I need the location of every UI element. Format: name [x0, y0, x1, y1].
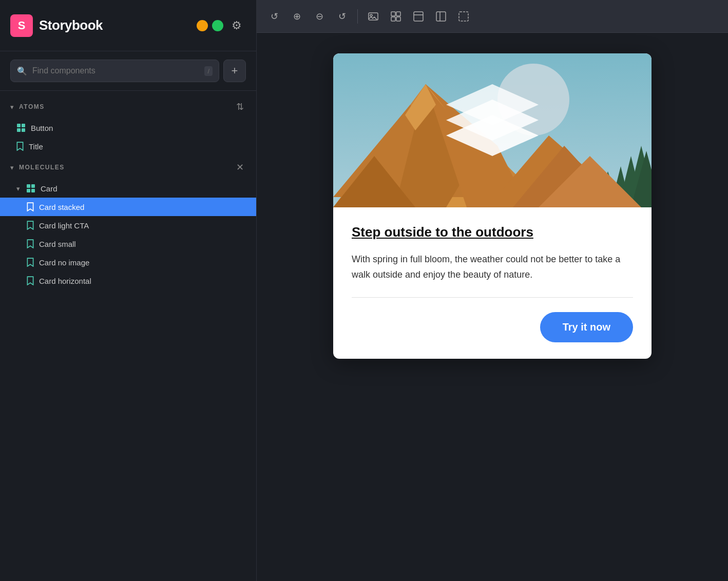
bookmark-icon-horizontal: [27, 276, 34, 285]
svg-rect-4: [391, 17, 395, 21]
atoms-chevron: ▾: [10, 103, 14, 111]
frame-icon[interactable]: [454, 7, 473, 26]
svg-rect-6: [414, 12, 423, 21]
sidebar-header: S Storybook ⚙: [0, 0, 256, 51]
settings-icon[interactable]: ⚙: [227, 16, 246, 35]
card-no-image-label: Card no image: [39, 258, 89, 267]
sidebar-item-card-stacked[interactable]: Card stacked: [0, 198, 256, 216]
header-icons: ⚙: [197, 16, 246, 35]
toolbar-divider-1: [357, 9, 358, 24]
card-image: [333, 53, 652, 207]
search-shortcut: /: [204, 66, 213, 76]
component-tree: ▾ ATOMS ⇅ Button Title: [0, 91, 256, 581]
title-label: Title: [29, 142, 43, 151]
grid-icon-card: [26, 184, 35, 193]
landscape-illustration: [333, 53, 652, 207]
svg-rect-2: [391, 12, 395, 16]
atoms-section-header[interactable]: ▾ ATOMS ⇅: [0, 95, 256, 119]
sidebar-item-card[interactable]: ▾ Card: [0, 179, 256, 198]
card-stacked-label: Card stacked: [39, 203, 84, 211]
molecules-chevron: ▾: [10, 164, 14, 171]
bookmark-icon-stacked: [27, 202, 34, 211]
preview-area: Step outside to the outdoors With spring…: [257, 33, 728, 581]
zoom-out-icon[interactable]: ⊖: [310, 7, 329, 26]
card-title: Step outside to the outdoors: [352, 224, 633, 241]
status-dot[interactable]: [212, 20, 223, 31]
refresh-icon[interactable]: ↺: [265, 7, 283, 26]
grid-icon: [16, 123, 26, 132]
card-chevron: ▾: [16, 185, 20, 192]
notification-dot[interactable]: [197, 20, 208, 31]
search-bar: 🔍 / +: [0, 51, 256, 91]
molecules-close-icon[interactable]: ✕: [234, 161, 246, 174]
bookmark-icon-light-cta: [27, 221, 34, 230]
atoms-section-title: ATOMS: [19, 103, 229, 110]
card-divider: [352, 297, 633, 298]
molecules-section-title: MOLECULES: [19, 164, 229, 171]
card-light-cta-label: Card light CTA: [39, 221, 89, 230]
search-icon: 🔍: [17, 66, 27, 76]
card-small-label: Card small: [39, 240, 76, 248]
panel-icon[interactable]: [409, 7, 428, 26]
bookmark-icon-no-image: [27, 258, 34, 267]
sidebar: S Storybook ⚙ 🔍 / + ▾ ATOMS: [0, 0, 257, 581]
bookmark-icon: [16, 142, 24, 151]
fit-icon[interactable]: ↺: [333, 7, 351, 26]
card-body: Step outside to the outdoors With spring…: [333, 207, 652, 359]
grid-view-icon[interactable]: [387, 7, 405, 26]
sidebar-item-card-no-image[interactable]: Card no image: [0, 253, 256, 272]
card-horizontal-label: Card horizontal: [39, 277, 91, 285]
sidebar-item-card-horizontal[interactable]: Card horizontal: [0, 272, 256, 290]
molecules-section-actions: ✕: [234, 161, 246, 174]
sidebar-icon[interactable]: [432, 7, 450, 26]
card-description: With spring in full bloom, the weather c…: [352, 251, 633, 283]
bookmark-icon-small: [27, 239, 34, 248]
app-title: Storybook: [39, 17, 103, 33]
main-content: ↺ ⊕ ⊖ ↺: [257, 0, 728, 581]
button-label: Button: [31, 124, 53, 132]
add-button[interactable]: +: [223, 60, 246, 82]
storybook-logo: S: [10, 14, 33, 37]
card-action: Try it now: [352, 312, 633, 342]
svg-rect-10: [459, 12, 468, 21]
zoom-in-icon[interactable]: ⊕: [288, 7, 306, 26]
atoms-sort-icon[interactable]: ⇅: [234, 100, 246, 113]
top-toolbar: ↺ ⊕ ⊖ ↺: [257, 0, 728, 33]
sidebar-item-button[interactable]: Button: [0, 119, 256, 137]
card-component: Step outside to the outdoors With spring…: [333, 53, 652, 359]
svg-point-1: [370, 14, 372, 16]
search-input-wrap[interactable]: 🔍 /: [10, 60, 219, 82]
card-label: Card: [41, 184, 58, 193]
sidebar-item-title[interactable]: Title: [0, 137, 256, 156]
svg-rect-8: [436, 12, 446, 21]
svg-rect-3: [396, 12, 400, 16]
search-input[interactable]: [32, 66, 199, 75]
atoms-section-actions: ⇅: [234, 100, 246, 113]
image-icon[interactable]: [364, 7, 382, 26]
try-it-now-button[interactable]: Try it now: [540, 312, 633, 342]
svg-rect-5: [396, 17, 400, 21]
molecules-section-header[interactable]: ▾ MOLECULES ✕: [0, 156, 256, 179]
sidebar-item-card-light-cta[interactable]: Card light CTA: [0, 216, 256, 235]
sidebar-item-card-small[interactable]: Card small: [0, 235, 256, 253]
